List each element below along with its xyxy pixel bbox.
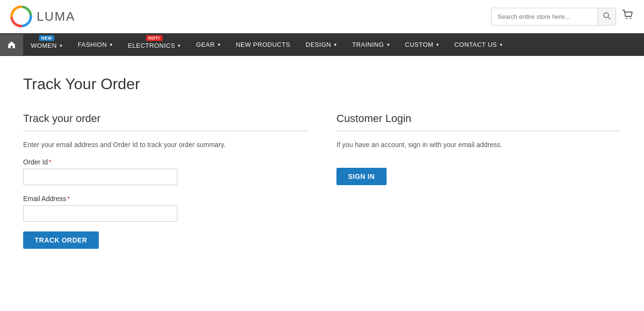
home-icon — [8, 41, 15, 49]
search-cart-area — [491, 8, 634, 26]
main-nav: New WOMEN ▾ FASHION ▾ Hot! ELECTRONICS ▾… — [0, 33, 644, 56]
order-id-label: Order Id* — [23, 158, 308, 166]
luma-logo-icon — [10, 5, 33, 28]
email-address-field: Email Address* — [23, 195, 308, 222]
nav-item-new-products[interactable]: NEW PRODUCTS — [228, 34, 298, 55]
two-column-layout: Track your order Enter your email addres… — [23, 112, 621, 249]
track-order-button[interactable]: Track Order — [23, 231, 99, 249]
chevron-down-icon: ▾ — [218, 42, 221, 47]
order-id-field: Order Id* — [23, 158, 308, 185]
logo-area: LUMA — [10, 5, 75, 28]
chevron-down-icon: ▾ — [60, 43, 63, 48]
chevron-down-icon: ▾ — [334, 42, 337, 47]
track-order-section: Track your order Enter your email addres… — [23, 112, 308, 249]
track-order-description: Enter your email address and Order Id to… — [23, 141, 308, 149]
nav-label-gear: GEAR — [196, 41, 215, 48]
search-input[interactable] — [492, 9, 598, 24]
header: LUMA — [0, 0, 644, 33]
nav-item-custom[interactable]: CUSTOM ▾ — [397, 34, 447, 55]
customer-login-section: Customer Login If you have an account, s… — [336, 112, 621, 249]
search-button[interactable] — [598, 8, 616, 25]
svg-line-2 — [608, 17, 611, 19]
nav-item-design[interactable]: DESIGN ▾ — [298, 34, 344, 55]
nav-item-women[interactable]: New WOMEN ▾ — [23, 33, 70, 56]
nav-label-electronics: ELECTRONICS — [128, 42, 175, 49]
nav-label-women: WOMEN — [31, 42, 57, 49]
main-content: Track Your Order Track your order Enter … — [13, 56, 631, 268]
track-order-section-title: Track your order — [23, 112, 308, 131]
customer-login-section-title: Customer Login — [336, 112, 621, 131]
logo-text: LUMA — [37, 9, 75, 24]
search-icon — [603, 12, 611, 20]
sign-in-button[interactable]: Sign In — [336, 168, 387, 185]
nav-label-custom: CUSTOM — [405, 41, 433, 48]
nav-label-design: DESIGN — [306, 41, 331, 48]
chevron-down-icon: ▾ — [387, 42, 390, 47]
nav-label-new-products: NEW PRODUCTS — [236, 41, 290, 48]
email-input[interactable] — [23, 205, 177, 222]
nav-label-training: TRAINING — [352, 41, 384, 48]
svg-point-3 — [626, 18, 628, 19]
chevron-down-icon: ▾ — [110, 42, 113, 47]
svg-point-4 — [630, 18, 631, 19]
badge-new: New — [39, 35, 54, 41]
customer-login-description: If you have an account, sign in with you… — [336, 141, 621, 149]
nav-item-training[interactable]: TRAINING ▾ — [344, 34, 397, 55]
badge-hot: Hot! — [146, 35, 162, 41]
chevron-down-icon: ▾ — [436, 42, 439, 47]
order-id-input[interactable] — [23, 169, 177, 185]
chevron-down-icon: ▾ — [178, 43, 181, 48]
nav-item-fashion[interactable]: FASHION ▾ — [70, 34, 120, 55]
nav-item-contact-us[interactable]: CONTACT US ▾ — [447, 34, 510, 55]
nav-item-gear[interactable]: GEAR ▾ — [188, 34, 228, 55]
cart-button[interactable] — [622, 9, 634, 24]
nav-label-contact-us: CONTACT US — [455, 41, 497, 48]
required-star: * — [49, 158, 51, 166]
email-address-label: Email Address* — [23, 195, 308, 203]
page-title: Track Your Order — [23, 75, 621, 93]
chevron-down-icon: ▾ — [500, 42, 503, 47]
nav-item-electronics[interactable]: Hot! ELECTRONICS ▾ — [120, 33, 188, 56]
cart-icon — [622, 9, 634, 21]
required-star-email: * — [67, 195, 69, 203]
search-box — [491, 8, 616, 26]
nav-label-fashion: FASHION — [78, 41, 107, 48]
nav-home-button[interactable] — [0, 34, 23, 55]
